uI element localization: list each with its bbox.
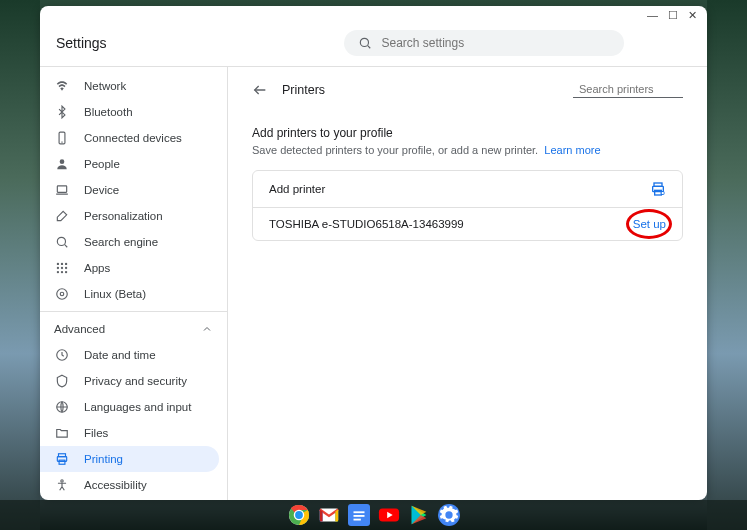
wifi-icon xyxy=(54,79,70,93)
bluetooth-icon xyxy=(54,105,70,119)
svg-point-4 xyxy=(60,159,65,164)
page-title: Printers xyxy=(282,83,325,97)
printer-name: TOSHIBA e-STUDIO6518A-13463999 xyxy=(269,218,464,230)
sidebar-item-network[interactable]: Network xyxy=(40,73,219,99)
section-title: Add printers to your profile xyxy=(252,126,683,140)
shelf-settings-icon[interactable] xyxy=(438,504,460,526)
svg-line-1 xyxy=(367,46,370,49)
sidebar: Network Bluetooth Connected devices Peop… xyxy=(40,67,228,500)
shelf-play-icon[interactable] xyxy=(408,504,430,526)
sidebar-label: Accessibility xyxy=(84,479,147,491)
sidebar-item-personalization[interactable]: Personalization xyxy=(40,203,219,229)
svg-point-26 xyxy=(61,480,63,482)
phone-icon xyxy=(54,131,70,145)
add-printers-section: Add printers to your profile Save detect… xyxy=(252,126,683,241)
sidebar-label: Languages and input xyxy=(84,401,191,413)
header: Settings xyxy=(40,24,707,67)
svg-point-18 xyxy=(57,289,68,300)
sidebar-item-apps[interactable]: Apps xyxy=(40,255,219,281)
printers-card: Add printer TOSHIBA e-STUDIO6518A-134639… xyxy=(252,170,683,241)
back-button[interactable] xyxy=(252,82,268,98)
sidebar-item-people[interactable]: People xyxy=(40,151,219,177)
global-search-input[interactable] xyxy=(382,36,610,50)
minimize-button[interactable]: — xyxy=(647,10,658,21)
maximize-button[interactable]: ☐ xyxy=(668,10,678,21)
sidebar-item-device[interactable]: Device xyxy=(40,177,219,203)
sidebar-label: Date and time xyxy=(84,349,156,361)
folder-icon xyxy=(54,426,70,440)
svg-point-10 xyxy=(61,263,63,265)
sidebar-label: Device xyxy=(84,184,119,196)
svg-point-16 xyxy=(61,271,63,273)
shelf-gmail-icon[interactable] xyxy=(318,504,340,526)
sidebar-item-printing[interactable]: Printing xyxy=(40,446,219,472)
svg-point-0 xyxy=(360,38,368,46)
add-printer-icon[interactable] xyxy=(650,181,666,197)
sidebar-item-date-time[interactable]: Date and time xyxy=(40,342,219,368)
shelf-docs-icon[interactable] xyxy=(348,504,370,526)
svg-point-9 xyxy=(57,263,59,265)
apps-icon xyxy=(54,261,70,275)
sidebar-label: People xyxy=(84,158,120,170)
sidebar-item-privacy[interactable]: Privacy and security xyxy=(40,368,219,394)
search-icon xyxy=(54,235,70,249)
setup-button[interactable]: Set up xyxy=(633,218,666,230)
printer-icon xyxy=(54,452,70,466)
content-panel: Printers Add printers to your profile Sa… xyxy=(228,67,707,500)
brush-icon xyxy=(54,209,70,223)
svg-point-15 xyxy=(57,271,59,273)
svg-point-7 xyxy=(57,237,65,245)
svg-point-19 xyxy=(60,292,64,296)
printers-search[interactable] xyxy=(573,81,683,98)
search-icon xyxy=(358,36,372,50)
global-search[interactable] xyxy=(344,30,624,56)
svg-rect-43 xyxy=(353,519,360,521)
sidebar-label: Connected devices xyxy=(84,132,182,144)
svg-point-14 xyxy=(65,267,67,269)
chevron-up-icon xyxy=(201,323,213,335)
sidebar-label: Network xyxy=(84,80,126,92)
printers-search-input[interactable] xyxy=(579,83,707,95)
sidebar-item-connected[interactable]: Connected devices xyxy=(40,125,219,151)
sidebar-item-bluetooth[interactable]: Bluetooth xyxy=(40,99,219,125)
sidebar-label: Linux (Beta) xyxy=(84,288,146,300)
shield-icon xyxy=(54,374,70,388)
sidebar-item-linux[interactable]: Linux (Beta) xyxy=(40,281,219,307)
svg-rect-5 xyxy=(57,186,66,192)
svg-point-12 xyxy=(57,267,59,269)
svg-point-11 xyxy=(65,263,67,265)
shelf-chrome-icon[interactable] xyxy=(288,504,310,526)
app-title: Settings xyxy=(56,35,256,51)
sidebar-item-search-engine[interactable]: Search engine xyxy=(40,229,219,255)
sidebar-label: Apps xyxy=(84,262,110,274)
sidebar-item-accessibility[interactable]: Accessibility xyxy=(40,472,219,498)
sidebar-item-files[interactable]: Files xyxy=(40,420,219,446)
sidebar-advanced-toggle[interactable]: Advanced xyxy=(40,316,227,342)
linux-icon xyxy=(54,287,70,301)
shelf xyxy=(0,500,747,530)
svg-point-17 xyxy=(65,271,67,273)
add-printer-label: Add printer xyxy=(269,183,325,195)
accessibility-icon xyxy=(54,478,70,492)
sidebar-label: Bluetooth xyxy=(84,106,133,118)
learn-more-link[interactable]: Learn more xyxy=(544,144,600,156)
svg-rect-42 xyxy=(353,515,364,517)
add-printer-row[interactable]: Add printer xyxy=(253,171,682,208)
detected-printer-row: TOSHIBA e-STUDIO6518A-13463999 Set up xyxy=(253,208,682,240)
sidebar-label: Privacy and security xyxy=(84,375,187,387)
sidebar-label: Files xyxy=(84,427,108,439)
window-titlebar: — ☐ ✕ xyxy=(40,6,707,24)
laptop-icon xyxy=(54,183,70,197)
clock-icon xyxy=(54,348,70,362)
svg-line-8 xyxy=(65,245,68,248)
section-subtitle: Save detected printers to your profile, … xyxy=(252,144,683,156)
sidebar-label: Printing xyxy=(84,453,123,465)
advanced-label: Advanced xyxy=(54,323,105,335)
globe-icon xyxy=(54,400,70,414)
person-icon xyxy=(54,157,70,171)
sidebar-item-languages[interactable]: Languages and input xyxy=(40,394,219,420)
sidebar-label: Personalization xyxy=(84,210,163,222)
settings-window: — ☐ ✕ Settings Network Bluetooth Connect… xyxy=(40,6,707,500)
close-button[interactable]: ✕ xyxy=(688,10,697,21)
shelf-youtube-icon[interactable] xyxy=(378,504,400,526)
